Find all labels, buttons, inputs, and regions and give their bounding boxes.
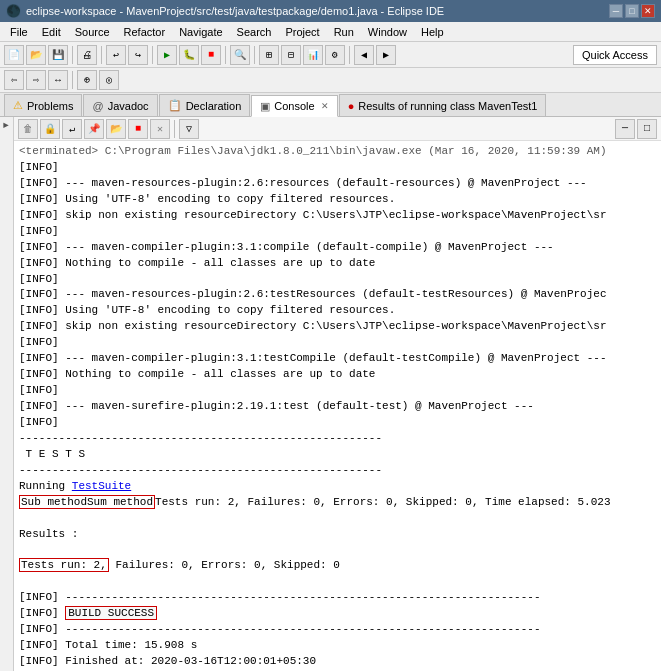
menu-refactor[interactable]: Refactor — [118, 24, 172, 40]
console-view-menu[interactable]: ▽ — [179, 119, 199, 139]
toolbar-sep-3 — [152, 46, 153, 64]
toolbar-sep-6 — [349, 46, 350, 64]
sub-method-line: Sub methodSum methodTests run: 2, Failur… — [19, 495, 656, 511]
menu-search[interactable]: Search — [231, 24, 278, 40]
remove-launch-button[interactable]: ✕ — [150, 119, 170, 139]
minimize-view-button[interactable]: ─ — [615, 119, 635, 139]
tab-console[interactable]: ▣ Console ✕ — [251, 95, 337, 117]
separator-1: ----------------------------------------… — [19, 431, 656, 447]
window-title: eclipse-workspace - MavenProject/src/tes… — [26, 5, 444, 17]
run-button[interactable]: ▶ — [157, 45, 177, 65]
search-button[interactable]: 🔍 — [230, 45, 250, 65]
toolbar2-btn5[interactable]: ◎ — [99, 70, 119, 90]
print-button[interactable]: 🖨 — [77, 45, 97, 65]
console-wrapper: 🗑 🔒 ↵ 📌 📂 ■ ✕ ▽ ─ □ <terminated> C:\Prog… — [14, 117, 661, 671]
quick-access-box[interactable]: Quick Access — [573, 45, 657, 65]
pin-console-button[interactable]: 📌 — [84, 119, 104, 139]
title-bar-left: 🌑 eclipse-workspace - MavenProject/src/t… — [6, 4, 444, 18]
stop-button[interactable]: ■ — [201, 45, 221, 65]
toolbar-sep-2 — [101, 46, 102, 64]
console-output[interactable]: <terminated> C:\Program Files\Java\jdk1.… — [14, 141, 661, 671]
menu-file[interactable]: File — [4, 24, 34, 40]
maximize-view-button[interactable]: □ — [637, 119, 657, 139]
close-button[interactable]: ✕ — [641, 4, 655, 18]
build-success-box: BUILD SUCCESS — [65, 606, 157, 620]
toolbar-btn-extra2[interactable]: ⚙ — [325, 45, 345, 65]
window-controls[interactable]: ─ □ ✕ — [609, 4, 655, 18]
toolbar2-btn2[interactable]: ⇨ — [26, 70, 46, 90]
toolbar-secondary: ⇦ ⇨ ↔ ⊕ ◎ — [0, 68, 661, 93]
scroll-lock-button[interactable]: 🔒 — [40, 119, 60, 139]
sub-method-highlight: Sub methodSum method — [19, 495, 155, 509]
empty-line-2 — [19, 542, 656, 558]
empty-line-3 — [19, 574, 656, 590]
title-bar: 🌑 eclipse-workspace - MavenProject/src/t… — [0, 0, 661, 22]
view-button[interactable]: ⊟ — [281, 45, 301, 65]
menu-bar: File Edit Source Refactor Navigate Searc… — [0, 22, 661, 42]
quick-access-label: Quick Access — [582, 49, 648, 61]
console-icon: ▣ — [260, 100, 270, 113]
clear-console-button[interactable]: 🗑 — [18, 119, 38, 139]
toolbar-btn-extra1[interactable]: 📊 — [303, 45, 323, 65]
test-suite-link[interactable]: TestSuite — [72, 480, 131, 492]
minimize-button[interactable]: ─ — [609, 4, 623, 18]
toolbar2-btn3[interactable]: ↔ — [48, 70, 68, 90]
declaration-icon: 📋 — [168, 99, 182, 112]
menu-help[interactable]: Help — [415, 24, 450, 40]
app-icon: 🌑 — [6, 4, 21, 18]
tab-problems[interactable]: ⚠ Problems — [4, 94, 82, 116]
save-button[interactable]: 💾 — [48, 45, 68, 65]
console-close-icon[interactable]: ✕ — [321, 101, 329, 111]
toolbar-sep-5 — [254, 46, 255, 64]
menu-source[interactable]: Source — [69, 24, 116, 40]
tab-results[interactable]: ● Results of running class MavenTest1 — [339, 94, 547, 116]
main-layout: ◀ 🗑 🔒 ↵ 📌 📂 ■ ✕ ▽ ─ □ <terminated> C:\Pr… — [0, 117, 661, 671]
tests-run-line: Tests run: 2, Failures: 0, Errors: 0, Sk… — [19, 558, 656, 574]
separator-2: ----------------------------------------… — [19, 463, 656, 479]
toolbar2-btn4[interactable]: ⊕ — [77, 70, 97, 90]
tests-label: T E S T S — [19, 447, 656, 463]
toolbar2-btn1[interactable]: ⇦ — [4, 70, 24, 90]
back-button[interactable]: ◀ — [354, 45, 374, 65]
side-bar: ◀ — [0, 117, 14, 671]
menu-run[interactable]: Run — [328, 24, 360, 40]
problems-icon: ⚠ — [13, 99, 23, 112]
toolbar-sep-1 — [72, 46, 73, 64]
menu-navigate[interactable]: Navigate — [173, 24, 228, 40]
results-label: Results : — [19, 527, 656, 543]
javadoc-icon: @ — [92, 100, 103, 112]
undo-button[interactable]: ↩ — [106, 45, 126, 65]
open-button[interactable]: 📂 — [26, 45, 46, 65]
debug-button[interactable]: 🐛 — [179, 45, 199, 65]
tests-run-highlight: Tests run: 2, — [19, 558, 109, 572]
forward-button[interactable]: ▶ — [376, 45, 396, 65]
console-minimize[interactable]: ─ — [615, 119, 635, 139]
empty-line-1 — [19, 511, 656, 527]
menu-edit[interactable]: Edit — [36, 24, 67, 40]
terminate-button[interactable]: ■ — [128, 119, 148, 139]
tabs-bar: ⚠ Problems @ Javadoc 📋 Declaration ▣ Con… — [0, 93, 661, 117]
word-wrap-button[interactable]: ↵ — [62, 119, 82, 139]
toolbar2-sep-1 — [72, 71, 73, 89]
open-file-button[interactable]: 📂 — [106, 119, 126, 139]
tab-declaration[interactable]: 📋 Declaration — [159, 94, 251, 116]
toolbar-main: 📄 📂 💾 🖨 ↩ ↪ ▶ 🐛 ■ 🔍 ⊞ ⊟ 📊 ⚙ ◀ ▶ Quick Ac… — [0, 42, 661, 68]
tab-javadoc[interactable]: @ Javadoc — [83, 94, 157, 116]
toolbar-sep-4 — [225, 46, 226, 64]
side-panel-toggle[interactable]: ◀ — [0, 117, 14, 135]
running-line: Running TestSuite — [19, 479, 656, 495]
perspective-button[interactable]: ⊞ — [259, 45, 279, 65]
terminated-line: <terminated> C:\Program Files\Java\jdk1.… — [19, 144, 656, 160]
menu-window[interactable]: Window — [362, 24, 413, 40]
new-button[interactable]: 📄 — [4, 45, 24, 65]
redo-button[interactable]: ↪ — [128, 45, 148, 65]
info-block-2: [INFO] ---------------------------------… — [19, 590, 656, 671]
console-sep — [174, 120, 175, 138]
menu-project[interactable]: Project — [279, 24, 325, 40]
console-toolbar: 🗑 🔒 ↵ 📌 📂 ■ ✕ ▽ ─ □ — [14, 117, 661, 141]
info-block-1: [INFO] [INFO] --- maven-resources-plugin… — [19, 160, 656, 431]
results-icon: ● — [348, 100, 355, 112]
maximize-button[interactable]: □ — [625, 4, 639, 18]
